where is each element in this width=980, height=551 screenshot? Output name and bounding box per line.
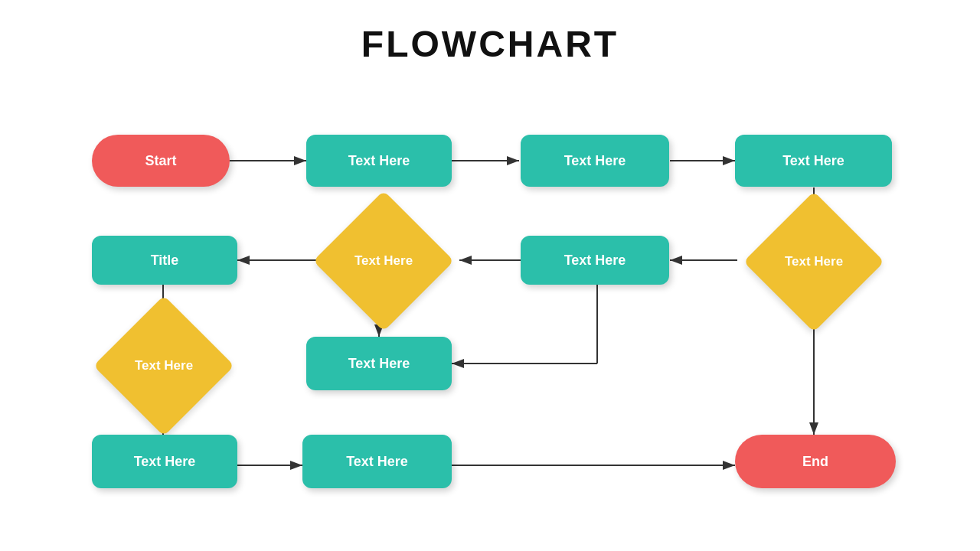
box1-node: Text Here — [306, 135, 452, 187]
box3-node: Text Here — [735, 135, 892, 187]
start-node: Start — [92, 135, 230, 187]
diamond2-node: Text Here — [92, 328, 236, 404]
box4-node: Text Here — [521, 236, 669, 285]
diamond1-node: Text Here — [312, 226, 456, 296]
box5-node: Text Here — [306, 337, 452, 390]
end-node: End — [735, 435, 896, 488]
diamond3-node: Text Here — [739, 227, 889, 297]
title-node: Title — [92, 236, 237, 285]
box2-node: Text Here — [521, 135, 669, 187]
box6-node: Text Here — [92, 435, 237, 488]
page-title: FLOWCHART — [0, 0, 980, 65]
box7-node: Text Here — [302, 435, 452, 488]
